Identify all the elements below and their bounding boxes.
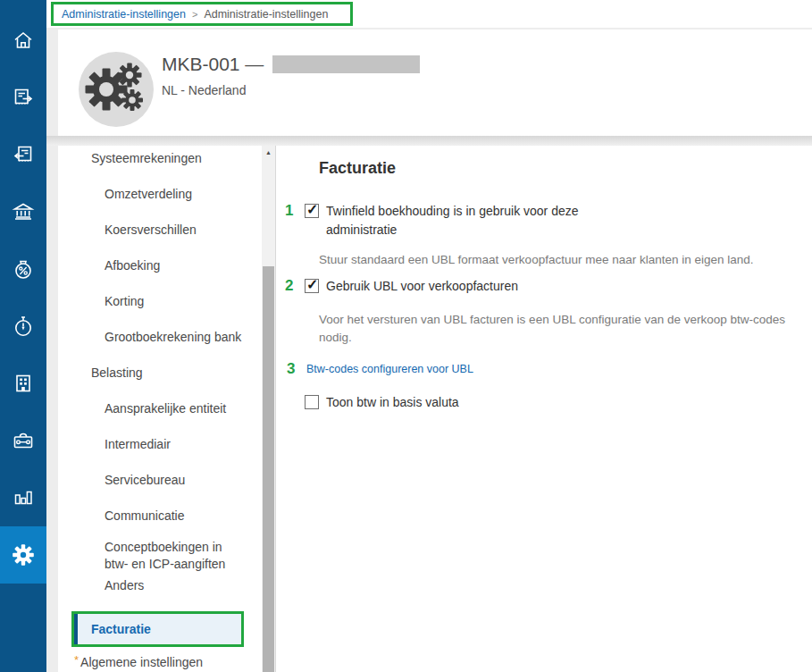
page-title: Facturatie <box>319 159 396 178</box>
sidebar-item-sales-invoice[interactable] <box>0 69 46 126</box>
nav-item-label: Korting <box>105 291 144 311</box>
ubl-default-note: Stuur standaard een UBL formaat verkoopf… <box>319 251 808 269</box>
nav-item-servicebureau[interactable]: Servicebureau <box>58 467 262 503</box>
checkbox-row-toon-btw: Toon btw in basis valuta <box>305 393 459 412</box>
administration-title: MKB-001 — <box>162 54 264 75</box>
redacted-company-name <box>272 55 420 73</box>
purchase-invoice-icon <box>12 143 35 166</box>
nav-item-label: Aansprakelijke entiteit <box>105 399 226 418</box>
nav-item-conceptboekingen-in-btw-en-icp-aangiften[interactable]: Conceptboekingen in btw- en ICP-aangifte… <box>58 539 262 573</box>
nav-item-korting[interactable]: Korting <box>58 289 262 324</box>
breadcrumb-current: Administratie-instellingen <box>204 8 328 21</box>
breadcrumb-annotation-box: Administratie-instellingen > Administrat… <box>51 2 353 26</box>
settings-nav-panel: SysteemrekeningenOmzetverdelingKoersvers… <box>58 146 275 672</box>
sidebar-item-purchase-invoice[interactable] <box>0 126 46 183</box>
checkbox-row-twinfield: 1 Twinfield boekhouding is in gebruik vo… <box>285 202 614 239</box>
toon-btw-label: Toon btw in basis valuta <box>326 393 459 412</box>
nav-item-label: Servicebureau <box>105 470 185 490</box>
toolbox-icon <box>12 429 35 452</box>
nav-item-label: Omzetverdeling <box>105 184 192 204</box>
nav-item-label: Conceptboekingen in btw- en ICP-aangifte… <box>105 539 240 573</box>
bank-icon <box>12 200 35 223</box>
section-divider <box>46 136 812 146</box>
tax-percentage-icon <box>12 257 35 281</box>
sidebar-item-settings[interactable] <box>0 526 46 584</box>
gears-icon <box>82 55 150 123</box>
company-icon <box>12 372 35 395</box>
sidebar-item-reports[interactable] <box>0 469 46 526</box>
nav-item-label: Facturatie <box>91 614 151 644</box>
administration-header: MKB-001 — NL - Nederland <box>58 29 812 136</box>
gebruik-ubl-label: Gebruik UBL voor verkoopfacturen <box>326 277 518 296</box>
nav-item-label: Intermediair <box>105 434 171 454</box>
breadcrumb-separator: > <box>192 9 197 20</box>
selected-item-annotation-box: Facturatie <box>71 611 244 647</box>
time-icon <box>12 315 35 338</box>
settings-icon <box>11 542 36 567</box>
sidebar-item-company[interactable] <box>0 355 46 412</box>
nav-item-label: Algemene instellingen <box>80 652 203 672</box>
required-asterisk: * <box>74 651 79 670</box>
nav-item-intermediair[interactable]: Intermediair <box>58 432 262 467</box>
twinfield-boekhouding-checkbox[interactable] <box>305 204 319 218</box>
toon-btw-checkbox[interactable] <box>305 395 319 409</box>
nav-item-belasting[interactable]: Belasting <box>58 360 262 396</box>
nav-item-communicatie[interactable]: Communicatie <box>58 503 262 539</box>
breadcrumb-link[interactable]: Administratie-instellingen <box>62 8 186 21</box>
nav-item-label: Systeemrekeningen <box>91 148 202 168</box>
nav-item-algemene-instellingen[interactable]: *Algemene instellingen <box>58 650 262 672</box>
sidebar-item-home[interactable] <box>0 12 46 69</box>
nav-item-anders[interactable]: Anders <box>58 573 262 609</box>
sidebar-item-tax-percentage[interactable] <box>0 240 46 298</box>
nav-item-facturatie[interactable]: Facturatie <box>74 614 241 644</box>
facturatie-content: Facturatie 1 Twinfield boekhouding is in… <box>275 146 812 672</box>
nav-item-label: Belasting <box>91 363 143 382</box>
annotation-number-2: 2 <box>285 277 305 295</box>
nav-item-omzetverdeling[interactable]: Omzetverdeling <box>58 181 262 217</box>
settings-nav-list: SysteemrekeningenOmzetverdelingKoersvers… <box>58 146 262 672</box>
nav-item-systeemrekeningen[interactable]: Systeemrekeningen <box>58 146 262 181</box>
nav-item-koersverschillen[interactable]: Koersverschillen <box>58 217 262 253</box>
sidebar-item-toolbox[interactable] <box>0 412 46 469</box>
ubl-config-note: Voor het versturen van UBL facturen is e… <box>319 311 808 347</box>
administration-country: NL - Nederland <box>162 83 420 97</box>
checkbox-row-ubl: 2 Gebruik UBL voor verkoopfacturen <box>285 277 518 296</box>
twinfield-boekhouding-label: Twinfield boekhouding is in gebruik voor… <box>326 202 614 239</box>
nav-item-label: Communicatie <box>105 506 184 525</box>
annotation-number-1: 1 <box>285 202 305 220</box>
nav-item-label: Anders <box>105 575 144 595</box>
nav-scrollbar[interactable] <box>262 146 275 672</box>
nav-item-label: Koersverschillen <box>105 220 197 239</box>
nav-item-afboeking[interactable]: Afboeking <box>58 253 262 289</box>
nav-item-grootboekrekening-bank[interactable]: Grootboekrekening bank <box>58 324 262 360</box>
nav-item-label: Afboeking <box>105 256 160 275</box>
nav-item-label: Grootboekrekening bank <box>105 327 241 347</box>
scrollbar-thumb[interactable] <box>263 266 274 672</box>
link-row-btw-codes: 3 Btw-codes configureren voor UBL <box>287 360 473 378</box>
sales-invoice-icon <box>12 86 35 109</box>
breadcrumb-bar: Administratie-instellingen > Administrat… <box>46 0 812 28</box>
nav-item-aansprakelijke-entiteit[interactable]: Aansprakelijke entiteit <box>58 396 262 432</box>
btw-codes-configureren-link[interactable]: Btw-codes configureren voor UBL <box>306 361 473 377</box>
avatar <box>79 52 154 127</box>
home-icon <box>12 29 35 52</box>
gebruik-ubl-checkbox[interactable] <box>305 279 319 293</box>
sidebar-item-time[interactable] <box>0 298 46 355</box>
scroll-up-arrow-icon[interactable] <box>262 146 275 160</box>
app-sidebar <box>0 0 46 672</box>
reports-icon <box>12 486 35 509</box>
annotation-number-3: 3 <box>287 360 306 378</box>
sidebar-item-bank[interactable] <box>0 183 46 240</box>
